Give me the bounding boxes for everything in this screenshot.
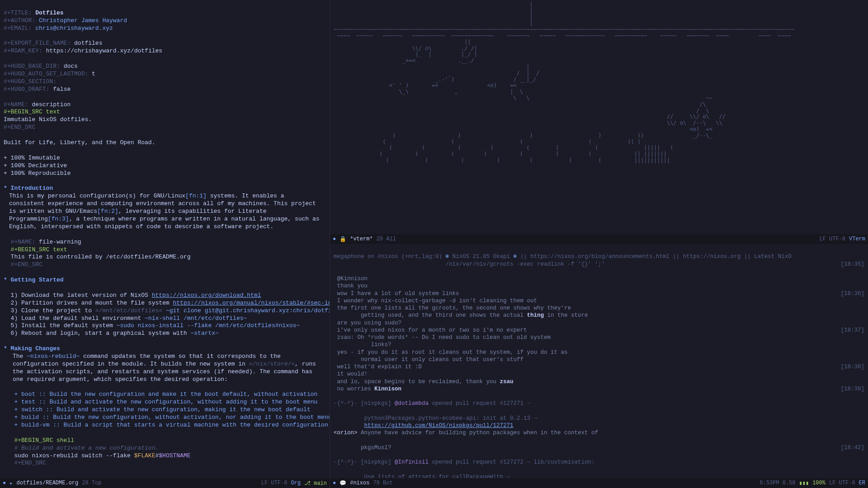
irc-text: normal user it only cleans out that user… <box>334 356 524 363</box>
encoding: LF UTF-8 <box>261 480 288 486</box>
irc-content[interactable]: megaphone on #nixos (+nrt,lag:0) ❄ NixOS… <box>334 246 864 488</box>
irc-text: i've only used nixos for a month or two … <box>334 327 527 334</box>
pr1-b: opened pull request #127271 → <box>429 400 530 407</box>
major-mode[interactable]: Org <box>291 480 301 486</box>
modeline-vterm: ● 🔒 *vterm* 29 All LF UTF-8 VTerm <box>330 234 868 244</box>
step6-a: 6) Reboot and login, start a graphical s… <box>11 330 191 337</box>
pr1-c: python3Packages.python-ecobee-api: init … <box>334 415 537 422</box>
clock: 6:53PM 0.50 <box>760 480 795 486</box>
hbase-v: docs <box>64 63 78 70</box>
erc-buffer[interactable]: megaphone on #nixos (+nrt,lag:0) ❄ NixOS… <box>330 244 868 488</box>
pr2-a: -{^-^}- [nixpkgs] <box>334 459 395 466</box>
step5-cmd: ~sudo nixos-install --flake /mnt/etc/dot… <box>117 322 300 329</box>
vterm-buffer[interactable]: | | | | ~~~~~~~~~~~~ <box>330 0 868 244</box>
circle-icon: ● <box>333 236 336 242</box>
download-link[interactable]: https://nixos.org/download.html <box>152 292 261 299</box>
irc-text: it would! <box>334 371 368 378</box>
irc-mention: Kinnison <box>374 385 401 393</box>
desc-text: Immutable NixOS dotfiles. <box>4 116 92 123</box>
kw-hsec: #+HUGO_SECTION: <box>4 78 57 85</box>
pr1-link[interactable]: https://github.com/NixOS/nixpkgs/pull/12… <box>364 422 514 429</box>
op-build-vm: + build-vm :: Build a script that starts… <box>14 422 328 428</box>
pr1-a: -{^-^}- [nixpkgs] <box>334 400 395 407</box>
irc-message: thank you <box>334 282 864 290</box>
org-buffer[interactable]: #+TITLE: Dotfiles #+AUTHOR: Christopher … <box>0 0 330 488</box>
step3-cmd: ~git clone git@git.chrishayward.xyz:chri… <box>162 307 330 314</box>
name1-v: description <box>32 101 71 108</box>
begin-src-1: #+BEGIN_SRC text <box>4 108 60 115</box>
bullet-3: + 100% Reproducible <box>4 170 71 177</box>
irc-message: yes - if you do it as root it cleans out… <box>334 349 864 356</box>
intro-para: This is my personal configuration(s) for… <box>4 192 320 230</box>
irc-header-b: NixOS 21.05 Okapi <box>449 253 514 260</box>
step1-a: 1) Download the latest version of NixOS <box>11 292 152 299</box>
position: 29 All <box>377 236 396 242</box>
heading-making-changes[interactable]: * Making Changes <box>4 345 60 352</box>
irc-text: thank you <box>334 282 368 290</box>
bullet-2: + 100% Declarative <box>4 162 67 169</box>
modeline-erc: ● 💬 #nixos 79 Bot 6:53PM 0.50 ▮▮▮ 100% L… <box>330 478 868 488</box>
kw-email: #+EMAIL: <box>4 25 32 32</box>
flake-var: $FLAKE <box>134 452 156 459</box>
irc-header2: /nix/var/nix/gcroots -exec readlink -f '… <box>334 261 605 268</box>
irc-message: and lo, space begins to be reclaimed, th… <box>334 378 864 385</box>
file-warning-block: #+NAME: file-warning #+BEGIN_SRC text Th… <box>4 231 326 353</box>
step2-a: 2) Partition drives and mount the file s… <box>11 300 173 306</box>
fn2[interactable]: [fn:2] <box>97 208 118 215</box>
irc-header-a: megaphone on #nixos (+nrt,lag:0) <box>334 253 446 260</box>
irc-message: i've only used nixos for a month or two … <box>334 327 864 334</box>
irc-message: links? <box>334 341 864 348</box>
heading-intro[interactable]: * Introduction <box>4 185 53 192</box>
step5-a: 5) Install the default system <box>11 322 117 329</box>
making-changes-para: The ~nixos-rebuild~ command updates the … <box>4 353 320 384</box>
fn1[interactable]: [fn:1] <box>185 192 207 199</box>
buffer-name[interactable]: #nixos <box>350 480 369 486</box>
partition-link[interactable]: https://nixos.org/manual/nixos/stable/#s… <box>173 300 330 306</box>
irc-message: zsau: Oh *rude words* -- Do I need sudo … <box>334 334 864 341</box>
major-mode[interactable]: ER <box>859 480 865 486</box>
org-content[interactable]: #+TITLE: Dotfiles #+AUTHOR: Christopher … <box>4 2 326 192</box>
pr2-b: opened pull request #127272 → lib/custom… <box>429 459 595 466</box>
begin-src-3: #+BEGIN_SRC shell <box>14 437 74 444</box>
vcs-branch[interactable]: ⎇ main <box>304 480 327 487</box>
op-boot: + boot :: Build the new configuration an… <box>14 391 317 398</box>
bullet-1: + 100% Immutable <box>4 155 60 161</box>
roam-v: https://chrishayward.xyz/dotfiles <box>46 47 162 54</box>
encoding: LF UTF-8 <box>819 236 845 242</box>
irc-text: in the store <box>544 312 588 319</box>
orion-msg: Anyone have advice for building python p… <box>358 429 599 436</box>
heading-getting-started[interactable]: * Getting Started <box>4 277 64 283</box>
irc-text: links? <box>334 341 392 348</box>
irc-message: @Kinnison <box>334 275 864 282</box>
irc-text: yes - if you do it as root it cleans out… <box>334 349 568 356</box>
orion-nick: <orion> <box>334 429 358 436</box>
export-v: dotfiles <box>74 40 102 47</box>
battery-icon: ▮▮▮ <box>799 480 809 487</box>
battery-pct: 100% <box>812 480 826 486</box>
irc-message: well that'd explain it :D[18:38] <box>334 363 864 371</box>
irc-text: getting used, and the third one shows th… <box>334 312 527 319</box>
irc-header-c: || https://nixos.org/blog/announcements.… <box>517 253 792 260</box>
end-src-3: #+END_SRC <box>14 460 46 466</box>
nix-store-path: =/nix/store/= <box>249 361 295 367</box>
tagline: Built for Life, Liberty, and the Open Ro… <box>4 139 155 146</box>
fn3[interactable]: [fn:3] <box>48 216 69 222</box>
kw-title: #+TITLE: <box>4 9 32 16</box>
irc-log[interactable]: @Kinnison thank you wow I have a lot of … <box>334 275 864 393</box>
irc-text: wow I have a lot of old system links <box>334 290 459 297</box>
kw-name2: #+NAME: <box>11 239 36 245</box>
buffer-name[interactable]: *vterm* <box>350 236 373 242</box>
irc-message: I wonder why nix-collect-garbage -d isn'… <box>334 297 864 305</box>
irc-timestamp: [18:36] <box>840 290 864 297</box>
kw-author: #+AUTHOR: <box>4 17 35 24</box>
major-mode[interactable]: VTerm <box>849 236 865 242</box>
irc-message: wow I have a lot of old system links[18:… <box>334 290 864 297</box>
hdraft-v: false <box>53 86 71 93</box>
ts: [18:35] <box>840 261 864 268</box>
warn-text: This file is controlled by /etc/dotfiles… <box>11 253 191 260</box>
buffer-name[interactable]: dotfiles/README.org <box>16 480 78 486</box>
position: 79 Bot <box>373 480 392 486</box>
step3-path: =/mnt/etc/dotfiles= <box>95 307 162 314</box>
nixos-icon: ❄ <box>514 253 517 260</box>
op-test: + test :: Build and activate the new con… <box>14 399 317 405</box>
